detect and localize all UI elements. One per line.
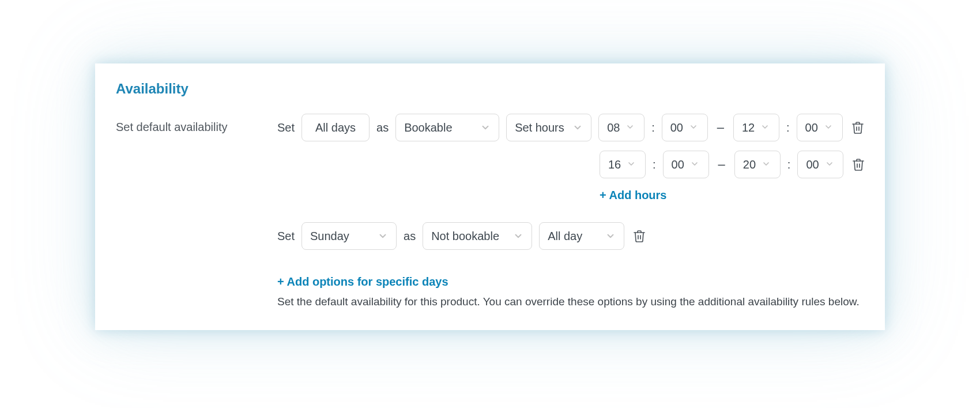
to-hour[interactable]: 12 <box>733 114 779 141</box>
hours-mode-select-0[interactable]: Set hours <box>506 114 591 141</box>
rule-line-0: Set All days as Bookable Set h <box>277 114 866 141</box>
viewport: Availability Set default availability Se… <box>0 0 980 408</box>
chevron-down-icon <box>762 159 772 170</box>
to-minute-value: 00 <box>806 157 819 172</box>
chevron-down-icon <box>825 159 835 170</box>
trash-icon <box>851 158 865 171</box>
rule-line-1: Set Sunday as Not bookable <box>277 222 866 250</box>
chevron-down-icon <box>572 122 583 133</box>
day-select-value: All days <box>315 120 356 135</box>
word-as: as <box>404 229 416 244</box>
delete-time-range-button[interactable] <box>850 156 866 173</box>
delete-time-range-button[interactable] <box>850 119 866 136</box>
chevron-down-icon <box>480 122 491 133</box>
dash: – <box>715 119 726 136</box>
from-minute-value: 00 <box>670 120 683 135</box>
chevron-down-icon <box>605 231 616 241</box>
hours-mode-value: Set hours <box>515 120 564 135</box>
helper-text: Set the default availability for this pr… <box>277 295 866 309</box>
extra-hours-line-0-1: 16 : 00 – 20 <box>277 151 866 178</box>
to-minute[interactable]: 00 <box>797 114 843 141</box>
hours-mode-value: All day <box>548 229 582 244</box>
status-select-value: Not bookable <box>431 229 499 244</box>
rule-block-sunday: Set Sunday as Not bookable <box>277 222 866 250</box>
day-select-0[interactable]: All days <box>301 114 370 141</box>
time-range-0-0: 08 : 00 – 12 <box>598 114 842 141</box>
from-hour[interactable]: 16 <box>600 151 646 178</box>
chevron-down-icon <box>627 159 637 170</box>
day-select-1[interactable]: Sunday <box>301 222 397 250</box>
status-select-1[interactable]: Not bookable <box>423 222 532 250</box>
add-specific-days-link[interactable]: + Add options for specific days <box>277 274 866 289</box>
rule-block-all-days: Set All days as Bookable Set h <box>277 114 866 203</box>
word-set: Set <box>277 120 295 135</box>
to-hour-value: 20 <box>743 157 756 172</box>
status-select-value: Bookable <box>404 120 452 135</box>
to-hour[interactable]: 20 <box>734 151 781 178</box>
chevron-down-icon <box>824 122 834 133</box>
from-minute[interactable]: 00 <box>663 151 709 178</box>
from-hour-value: 16 <box>608 157 621 172</box>
word-as: as <box>376 120 389 135</box>
chevron-down-icon <box>760 122 771 133</box>
word-set: Set <box>277 229 295 244</box>
to-minute-value: 00 <box>805 120 818 135</box>
from-hour[interactable]: 08 <box>598 114 644 141</box>
section-title: Availability <box>116 80 864 98</box>
row-label: Set default availability <box>116 114 277 134</box>
colon: : <box>786 120 790 135</box>
chevron-down-icon <box>625 122 636 133</box>
default-availability-row: Set default availability Set All days as… <box>116 114 864 309</box>
dash: – <box>716 156 728 173</box>
chevron-down-icon <box>689 122 699 133</box>
time-range-0-1: 16 : 00 – 20 <box>600 151 843 178</box>
day-select-value: Sunday <box>310 229 349 244</box>
rules-container: Set All days as Bookable Set h <box>277 114 866 309</box>
footer: + Add options for specific days Set the … <box>277 274 866 309</box>
trash-icon <box>632 229 646 243</box>
chevron-down-icon <box>690 159 700 170</box>
chevron-down-icon <box>513 231 523 241</box>
delete-rule-button[interactable] <box>631 228 647 244</box>
availability-panel: Availability Set default availability Se… <box>95 63 885 330</box>
chevron-down-icon <box>378 231 388 241</box>
status-select-0[interactable]: Bookable <box>395 114 499 141</box>
add-hours-link[interactable]: + Add hours <box>600 188 666 203</box>
colon: : <box>787 157 791 172</box>
to-minute[interactable]: 00 <box>797 151 843 178</box>
to-hour-value: 12 <box>742 120 755 135</box>
add-hours-line: + Add hours <box>277 188 866 203</box>
from-hour-value: 08 <box>607 120 620 135</box>
from-minute[interactable]: 00 <box>662 114 708 141</box>
colon: : <box>653 157 656 172</box>
colon: : <box>651 120 655 135</box>
from-minute-value: 00 <box>672 157 684 172</box>
hours-mode-select-1[interactable]: All day <box>539 222 624 250</box>
trash-icon <box>851 121 865 134</box>
